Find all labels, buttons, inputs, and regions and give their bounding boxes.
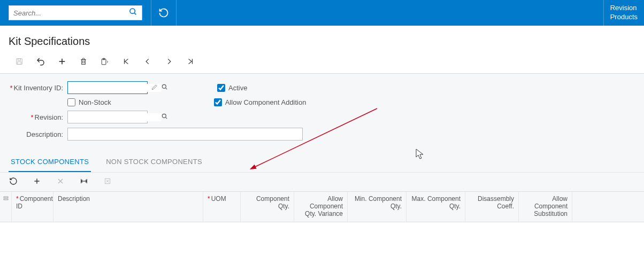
revision-label: *Revision: xyxy=(9,113,67,121)
row-revision: *Revision: xyxy=(9,111,635,123)
lookup-icon[interactable] xyxy=(161,83,168,92)
active-checkbox[interactable]: Active xyxy=(217,84,247,92)
allow-component-addition-input[interactable] xyxy=(214,98,222,106)
svg-point-14 xyxy=(162,84,166,88)
col-component-qty[interactable]: Component Qty. xyxy=(241,192,294,222)
kit-inventory-input[interactable] xyxy=(71,84,161,92)
svg-rect-30 xyxy=(4,199,8,200)
active-checkbox-input[interactable] xyxy=(217,84,225,92)
undo-button[interactable] xyxy=(30,55,51,68)
topbar-right[interactable]: Revision Products xyxy=(603,0,644,26)
col-uom[interactable]: *UOM xyxy=(203,192,241,222)
grid-add-button[interactable] xyxy=(32,177,42,186)
active-label: Active xyxy=(228,84,247,92)
prev-button[interactable] xyxy=(137,55,158,68)
allow-component-addition-label: Allow Component Addition xyxy=(225,98,306,106)
edit-icon[interactable] xyxy=(151,83,158,92)
svg-line-17 xyxy=(165,117,167,119)
svg-point-0 xyxy=(130,9,135,13)
row-description: Description: xyxy=(9,128,635,141)
clipboard-button[interactable] xyxy=(94,55,116,68)
tabs: STOCK COMPONENTS NON STOCK COMPONENTS xyxy=(0,149,644,172)
tab-nonstock-components[interactable]: NON STOCK COMPONENTS xyxy=(104,154,204,172)
row-nonstock: Non-Stock Allow Component Addition xyxy=(9,98,635,106)
col-min-qty[interactable]: Min. Component Qty. xyxy=(348,192,407,222)
first-button[interactable] xyxy=(116,55,137,68)
grid-refresh-button[interactable] xyxy=(9,177,18,187)
revision-lookup[interactable] xyxy=(67,111,148,123)
form-area: *Kit Inventory ID: Active Non-Stock xyxy=(0,74,644,149)
col-disassembly-coeff[interactable]: Disassembly Coeff. xyxy=(465,192,519,222)
search-input[interactable] xyxy=(13,9,129,17)
nonstock-label: Non-Stock xyxy=(79,98,111,106)
svg-line-15 xyxy=(165,88,167,89)
description-input[interactable] xyxy=(67,128,303,141)
svg-rect-7 xyxy=(82,60,86,65)
main-toolbar xyxy=(0,53,644,74)
svg-rect-3 xyxy=(18,59,20,60)
row-kit-inventory: *Kit Inventory ID: Active xyxy=(9,81,635,94)
grid-toolbar xyxy=(0,172,644,191)
grid-body[interactable] xyxy=(0,222,644,280)
search-icon[interactable] xyxy=(129,7,137,18)
topbar: Revision Products xyxy=(0,0,644,26)
checkbox-column: Active xyxy=(217,84,247,92)
refresh-button[interactable] xyxy=(151,0,177,26)
svg-point-16 xyxy=(162,114,166,118)
col-allow-substitution[interactable]: Allow Component Substitution xyxy=(519,192,572,222)
svg-rect-4 xyxy=(18,62,21,65)
svg-rect-29 xyxy=(4,197,8,198)
nonstock-checkbox-input[interactable] xyxy=(67,98,75,106)
lookup-icon[interactable] xyxy=(161,113,168,122)
col-description[interactable]: Description xyxy=(53,192,203,222)
page-title: Kit Specifications xyxy=(0,26,644,53)
kit-inventory-lookup[interactable] xyxy=(67,81,148,94)
col-component-id[interactable]: *Component ID xyxy=(12,192,53,222)
kit-inventory-label: *Kit Inventory ID: xyxy=(9,84,67,92)
topbar-right-line2: Products xyxy=(610,12,638,21)
add-button[interactable] xyxy=(51,55,73,68)
delete-button[interactable] xyxy=(73,55,94,68)
tab-stock-components[interactable]: STOCK COMPONENTS xyxy=(9,154,91,172)
svg-line-1 xyxy=(134,13,136,14)
col-allow-qty-variance[interactable]: Allow Component Qty. Variance xyxy=(294,192,348,222)
next-button[interactable] xyxy=(158,55,180,68)
description-label: Description: xyxy=(9,130,67,138)
col-max-qty[interactable]: Max. Component Qty. xyxy=(407,192,465,222)
grid-header: *Component ID Description *UOM Component… xyxy=(0,192,644,222)
nonstock-checkbox[interactable]: Non-Stock xyxy=(67,98,111,106)
allow-component-addition-checkbox[interactable]: Allow Component Addition xyxy=(214,98,306,106)
grid-export-button[interactable] xyxy=(103,177,112,186)
row-selector-header[interactable] xyxy=(0,192,12,222)
revision-input[interactable] xyxy=(71,113,161,121)
search-box[interactable] xyxy=(9,5,142,20)
last-button[interactable] xyxy=(180,55,201,68)
topbar-right-line1: Revision xyxy=(610,3,638,12)
grid-fit-button[interactable] xyxy=(79,177,89,186)
grid: *Component ID Description *UOM Component… xyxy=(0,191,644,280)
grid-delete-button[interactable] xyxy=(56,177,65,186)
save-button[interactable] xyxy=(9,55,30,68)
